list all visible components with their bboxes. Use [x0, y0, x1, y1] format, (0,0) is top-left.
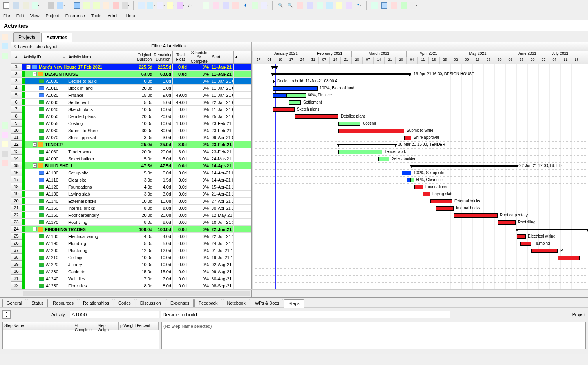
cell-id[interactable]: A1050: [25, 113, 67, 120]
toolbar-icon[interactable]: [409, 1, 418, 10]
grid-row[interactable]: 6A1030Settlement5.0d5.0d49.0d0%22-Jan-21…: [11, 99, 251, 106]
day-header[interactable]: 14: [374, 57, 385, 64]
toolbar-icon[interactable]: [306, 1, 314, 10]
day-header[interactable]: 02: [450, 57, 461, 64]
cell-id[interactable]: A1030: [25, 99, 67, 105]
month-header[interactable]: May 2021: [450, 51, 505, 57]
day-header[interactable]: 18: [571, 57, 582, 64]
cell-id[interactable]: A1020: [25, 92, 67, 98]
grid-row[interactable]: 24−FINISHING TRADES100.0d100.0d0.0d0%22-…: [11, 226, 251, 233]
gantt-bar[interactable]: [338, 150, 382, 154]
gantt-bar[interactable]: [430, 199, 452, 203]
cell-id[interactable]: −TENDER: [25, 141, 135, 148]
day-header[interactable]: 13: [516, 57, 527, 64]
cell-name[interactable]: Cabinets: [67, 268, 135, 275]
toolbar-icon[interactable]: [345, 1, 353, 10]
gantt-bar[interactable]: [378, 157, 389, 161]
toolbar-icon[interactable]: [82, 1, 91, 10]
gantt-row[interactable]: 13-Apr-21 16:00, DESIGN HOUSE: [253, 71, 588, 78]
menu-edit[interactable]: Edit: [16, 13, 24, 18]
toolbar-icon[interactable]: [2, 1, 11, 10]
month-header[interactable]: April 2021: [407, 51, 450, 57]
day-header[interactable]: 20: [527, 57, 538, 64]
cell-id[interactable]: A1010: [25, 85, 67, 91]
menu-project[interactable]: Project: [45, 13, 59, 18]
gantt-bar[interactable]: [338, 122, 360, 126]
gantt-row[interactable]: 100%, Set up site: [253, 170, 588, 177]
cell-name[interactable]: External bricks: [67, 198, 135, 204]
gantt-row[interactable]: External bricks: [253, 198, 588, 205]
cell-id[interactable]: A1040: [25, 106, 67, 113]
grid-row[interactable]: 28A1210Ceilings10.0d10.0d0.0d0%19-Jul-21…: [11, 254, 251, 261]
gantt-bar[interactable]: [289, 100, 301, 105]
grid-row[interactable]: 10A1060Submit to Shire30.0d30.0d0.0d0%23…: [11, 127, 251, 134]
month-header[interactable]: June 2021: [505, 51, 549, 57]
month-header[interactable]: February 2021: [308, 51, 352, 57]
detail-tab-relationships[interactable]: Relationships: [79, 299, 113, 307]
menu-view[interactable]: View: [30, 13, 40, 18]
activity-id-input[interactable]: [70, 311, 159, 318]
cell-id[interactable]: A1180: [25, 233, 67, 240]
toolbar-icon[interactable]: ✦: [241, 1, 250, 10]
day-header[interactable]: 28: [352, 57, 363, 64]
day-header[interactable]: 24: [297, 57, 308, 64]
gantt-row[interactable]: Settlement: [253, 99, 588, 106]
gantt-row[interactable]: [253, 283, 588, 289]
day-header[interactable]: 11: [560, 57, 571, 64]
gantt-row[interactable]: [253, 276, 588, 283]
gantt-row[interactable]: Tender work: [253, 149, 588, 156]
cell-name[interactable]: Laying slab: [67, 191, 135, 197]
detail-tab-wps-docs[interactable]: WPs & Docs: [251, 299, 284, 307]
day-header[interactable]: 17: [286, 57, 297, 64]
gantt-bar[interactable]: [273, 93, 287, 98]
day-header[interactable]: 07: [363, 57, 374, 64]
month-header[interactable]: July 2021: [549, 51, 571, 57]
toolbar-icon[interactable]: [400, 1, 408, 10]
grid-row[interactable]: 32A1250Floor tiles8.0d8.0d0.0d0%08-Sep-2…: [11, 282, 251, 289]
cell-id[interactable]: A1200: [25, 247, 67, 254]
summary-bar[interactable]: [411, 165, 517, 167]
grid-row[interactable]: 5A1020Finance15.0d9.0d49.0d0%11-Jan-21 0: [11, 92, 251, 99]
cell-name[interactable]: Block of land: [67, 85, 135, 91]
gantt-row[interactable]: 30-Mar-21 16:00, TENDER: [253, 142, 588, 149]
cell-name[interactable]: Foundations: [67, 183, 135, 190]
gantt-chart[interactable]: January 2021February 2021March 2021April…: [252, 51, 588, 289]
gantt-row[interactable]: [253, 261, 588, 269]
toolbar-icon[interactable]: [325, 1, 334, 10]
detail-tab-steps[interactable]: Steps: [284, 299, 304, 308]
toolbar-icon[interactable]: [231, 1, 240, 10]
grid-row[interactable]: 15−BUILD SHELL47.5d47.5d0.0d0%14-Apr-21 …: [11, 162, 251, 169]
cell-name[interactable]: Ceilings: [67, 254, 135, 261]
day-header[interactable]: 16: [472, 57, 483, 64]
menu-file[interactable]: File: [3, 13, 10, 18]
cell-name[interactable]: Settlement: [67, 99, 135, 105]
grid-row[interactable]: 30A1230Cabinets15.0d15.0d0.0d0%09-Aug-21…: [11, 268, 251, 275]
cell-id[interactable]: A1210: [25, 254, 67, 261]
day-header[interactable]: 14: [330, 57, 341, 64]
cell-name[interactable]: Detailed plans: [67, 113, 135, 120]
horizontal-scrollbar[interactable]: [11, 289, 588, 297]
cell-name[interactable]: Finance: [67, 92, 135, 98]
cell-name[interactable]: Submit to Shire: [67, 127, 135, 134]
gantt-bar[interactable]: [273, 86, 318, 91]
col-orig[interactable]: Original Duration: [135, 51, 154, 63]
gantt-row[interactable]: Costing: [253, 120, 588, 127]
cell-id[interactable]: A1120: [25, 183, 67, 190]
gantt-row[interactable]: Sketch plans: [253, 106, 588, 113]
grid-row[interactable]: 11A1070Shire approval3.0d3.0d0.0d0%09-Ap…: [11, 134, 251, 141]
zoom-in-icon[interactable]: 🔍: [276, 1, 285, 10]
cell-id[interactable]: A1160: [25, 212, 67, 218]
sidebar-icon[interactable]: [1, 122, 9, 129]
gantt-row[interactable]: Detailed plans: [253, 113, 588, 120]
toolbar-icon[interactable]: [137, 1, 146, 10]
day-header[interactable]: 09: [461, 57, 472, 64]
cell-id[interactable]: A1110: [25, 176, 67, 183]
day-header[interactable]: 03: [264, 57, 275, 64]
grid-row[interactable]: 8A1050Detailed plans20.0d20.0d0.0d0%25-J…: [11, 113, 251, 120]
grid-row[interactable]: 19A1130Laying slab3.0d3.0d0.0d0%21-Apr-2…: [11, 191, 251, 198]
cell-name[interactable]: Set up site: [67, 169, 135, 176]
day-header[interactable]: 04: [407, 57, 418, 64]
menu-help[interactable]: Help: [126, 13, 135, 18]
cell-id[interactable]: A1250: [25, 282, 67, 289]
grid-row[interactable]: 22A1160Roof carpentary20.0d20.0d0.0d0%12…: [11, 212, 251, 219]
